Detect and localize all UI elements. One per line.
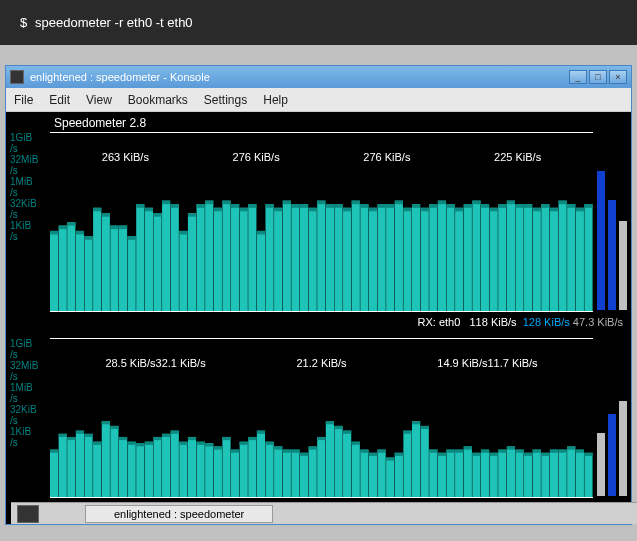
- svg-rect-155: [171, 431, 179, 434]
- svg-rect-137: [93, 442, 101, 445]
- rx-chart-row: 1GiB/s32MiB/s1MiB/s32KiB/s1KiB/s 263 KiB…: [6, 132, 631, 312]
- rx-y-axis: 1GiB/s32MiB/s1MiB/s32KiB/s1KiB/s: [6, 132, 50, 312]
- svg-rect-214: [429, 450, 437, 497]
- taskbar-item[interactable]: enlightened : speedometer: [85, 505, 273, 523]
- svg-rect-116: [550, 208, 558, 311]
- svg-rect-46: [248, 204, 256, 311]
- menu-edit[interactable]: Edit: [49, 93, 70, 107]
- svg-rect-6: [76, 231, 84, 311]
- svg-rect-203: [378, 450, 386, 453]
- svg-rect-148: [145, 442, 153, 497]
- menu-view[interactable]: View: [86, 93, 112, 107]
- svg-rect-55: [283, 201, 291, 205]
- svg-rect-95: [455, 208, 463, 212]
- svg-rect-234: [515, 450, 523, 497]
- svg-rect-22: [145, 208, 153, 311]
- svg-rect-94: [455, 208, 463, 311]
- svg-rect-147: [136, 443, 144, 446]
- svg-rect-240: [541, 453, 549, 497]
- svg-rect-122: [576, 208, 584, 311]
- svg-rect-69: [343, 208, 351, 212]
- svg-rect-99: [472, 201, 480, 205]
- svg-rect-244: [559, 450, 567, 497]
- svg-rect-167: [222, 437, 230, 440]
- svg-rect-66: [334, 204, 342, 311]
- svg-rect-195: [343, 431, 351, 434]
- svg-rect-237: [524, 453, 532, 456]
- svg-rect-191: [326, 421, 334, 424]
- menu-settings[interactable]: Settings: [204, 93, 247, 107]
- titlebar[interactable]: enlightened : speedometer - Konsole _ □ …: [6, 66, 631, 88]
- svg-rect-7: [76, 231, 84, 235]
- svg-rect-204: [386, 458, 394, 498]
- svg-rect-4: [67, 222, 75, 311]
- svg-rect-208: [403, 431, 411, 497]
- svg-rect-84: [412, 204, 420, 311]
- svg-rect-28: [171, 204, 179, 311]
- svg-rect-37: [205, 201, 213, 205]
- close-button[interactable]: ×: [609, 70, 627, 84]
- svg-rect-118: [559, 201, 567, 311]
- svg-rect-70: [352, 201, 360, 311]
- rx-current: 118 KiB/s: [469, 316, 516, 328]
- svg-rect-216: [438, 453, 446, 497]
- svg-rect-91: [438, 201, 446, 205]
- taskbar-icon[interactable]: [17, 505, 39, 523]
- svg-rect-3: [59, 226, 67, 230]
- svg-rect-134: [84, 434, 92, 497]
- svg-rect-12: [102, 213, 110, 311]
- menu-help[interactable]: Help: [263, 93, 288, 107]
- svg-rect-52: [274, 208, 282, 311]
- svg-rect-133: [76, 431, 84, 434]
- svg-rect-17: [119, 226, 127, 230]
- svg-rect-199: [360, 450, 368, 453]
- svg-rect-164: [214, 446, 222, 497]
- svg-rect-43: [231, 204, 239, 208]
- svg-rect-150: [153, 437, 161, 497]
- svg-rect-143: [119, 437, 127, 440]
- svg-rect-181: [283, 450, 291, 453]
- taskbar: enlightened : speedometer: [11, 502, 637, 524]
- svg-rect-225: [472, 453, 480, 456]
- minimize-button[interactable]: _: [569, 70, 587, 84]
- svg-rect-218: [446, 450, 454, 497]
- svg-rect-152: [162, 434, 170, 497]
- svg-rect-126: [50, 450, 58, 497]
- svg-rect-78: [386, 204, 394, 311]
- svg-rect-197: [352, 442, 360, 445]
- menu-bookmarks[interactable]: Bookmarks: [128, 93, 188, 107]
- terminal[interactable]: Speedometer 2.8 1GiB/s32MiB/s1MiB/s32KiB…: [6, 112, 631, 524]
- window-title: enlightened : speedometer - Konsole: [30, 71, 569, 83]
- svg-rect-136: [93, 442, 101, 497]
- svg-rect-80: [395, 201, 403, 311]
- window-icon: [10, 70, 24, 84]
- svg-rect-71: [352, 201, 360, 205]
- svg-rect-33: [188, 213, 196, 217]
- svg-rect-159: [188, 437, 196, 440]
- svg-rect-14: [110, 226, 118, 311]
- svg-rect-168: [231, 450, 239, 497]
- svg-rect-53: [274, 208, 282, 212]
- svg-rect-8: [84, 236, 92, 311]
- svg-rect-58: [300, 204, 308, 311]
- svg-rect-239: [533, 450, 541, 453]
- svg-rect-233: [507, 446, 515, 449]
- tx-chart-row: 1GiB/s32MiB/s1MiB/s32KiB/s1KiB/s 28.5 Ki…: [6, 338, 631, 498]
- maximize-button[interactable]: □: [589, 70, 607, 84]
- svg-rect-188: [317, 437, 325, 497]
- svg-rect-115: [541, 204, 549, 208]
- svg-rect-189: [317, 437, 325, 440]
- menu-file[interactable]: File: [14, 93, 33, 107]
- svg-rect-211: [412, 421, 420, 424]
- svg-rect-223: [464, 446, 472, 449]
- svg-rect-186: [309, 446, 317, 497]
- svg-rect-113: [533, 208, 541, 212]
- svg-rect-231: [498, 450, 506, 453]
- svg-rect-149: [145, 442, 153, 445]
- svg-rect-235: [515, 450, 523, 453]
- rx-chart-area: 263 KiB/s276 KiB/s276 KiB/s225 KiB/s: [50, 132, 593, 312]
- svg-rect-45: [240, 208, 248, 212]
- svg-rect-243: [550, 450, 558, 453]
- svg-rect-114: [541, 204, 549, 311]
- svg-rect-227: [481, 450, 489, 453]
